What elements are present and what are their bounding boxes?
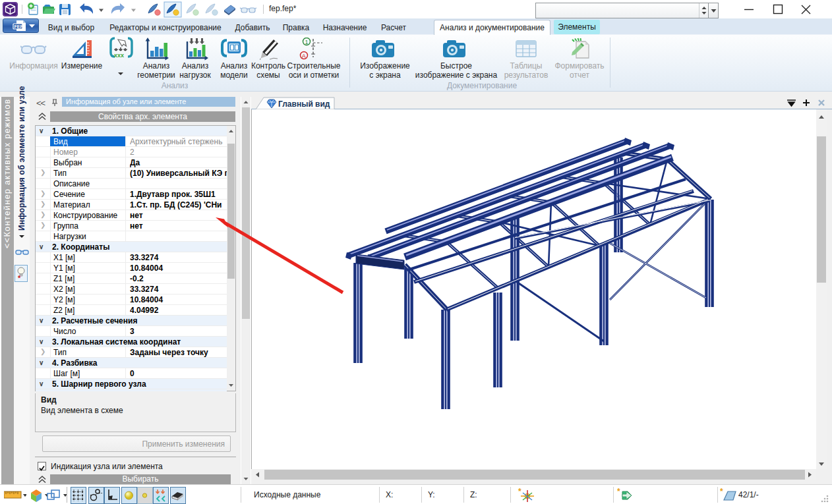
svg-text:Главный вид: Главный вид bbox=[278, 99, 330, 109]
svg-text:*: * bbox=[617, 488, 620, 496]
svg-text:*: * bbox=[518, 488, 521, 496]
svg-text:*: * bbox=[720, 488, 723, 496]
svg-text:А: А bbox=[302, 53, 306, 59]
svg-text:1: 1 bbox=[305, 39, 309, 45]
svg-text:*: * bbox=[18, 274, 21, 281]
svg-text:xxx: xxx bbox=[114, 52, 124, 59]
svg-text:FEP: FEP bbox=[15, 24, 24, 29]
